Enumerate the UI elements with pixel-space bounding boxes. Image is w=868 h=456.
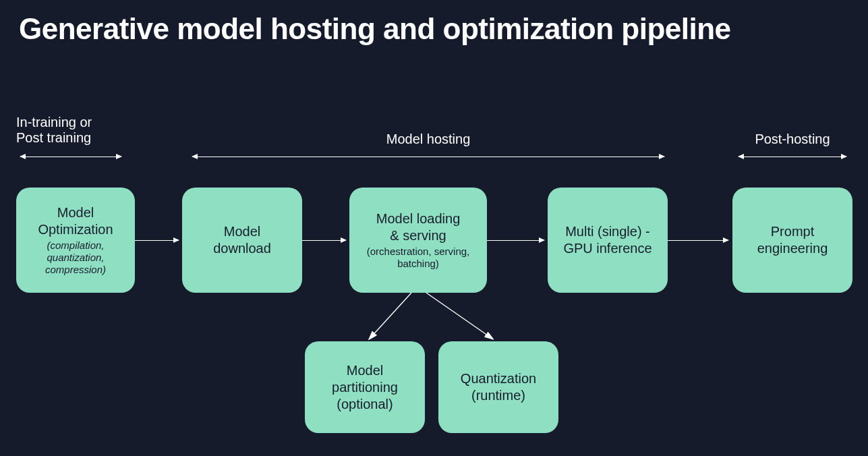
svg-line-1 [426,293,492,339]
arrow-loading-to-quantization [0,0,868,456]
